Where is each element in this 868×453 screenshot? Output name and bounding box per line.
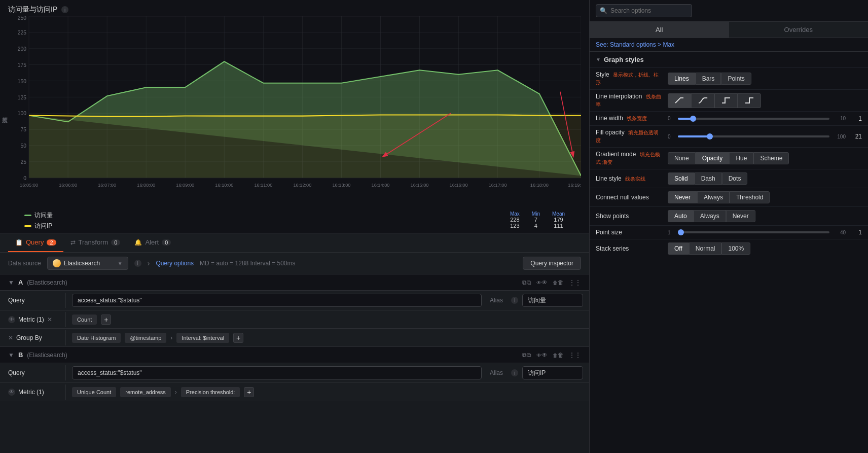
svg-text:250: 250 (18, 16, 26, 21)
svg-text:16:09:00: 16:09:00 (176, 182, 194, 188)
menu-icon-b[interactable]: ⋮ (569, 352, 581, 359)
legend-item-0: 访问量 (24, 211, 53, 220)
line-style-btn-dash[interactable]: Dash (695, 172, 722, 185)
tab-query-badge: 2 (47, 239, 56, 246)
interp-btn-2[interactable] (714, 93, 738, 108)
svg-text:25: 25 (21, 159, 27, 165)
metric-type-a[interactable]: Count (72, 315, 97, 325)
gradient-btn-scheme[interactable]: Scheme (753, 152, 789, 164)
interp-btn-1[interactable] (691, 93, 714, 108)
metric-type-b[interactable]: Unique Count (72, 387, 116, 397)
connect-null-btn-never[interactable]: Never (668, 191, 697, 203)
line-style-btn-solid[interactable]: Solid (668, 172, 695, 185)
search-options-input[interactable] (596, 4, 692, 17)
svg-text:16:14:00: 16:14:00 (372, 182, 390, 188)
show-points-btn-never[interactable]: Never (726, 210, 755, 222)
graph-styles-header[interactable]: ▼ Graph styles (590, 52, 868, 67)
eye-icon-a[interactable]: 👁 (536, 279, 548, 286)
metric-eye-b[interactable]: 👁 (8, 389, 15, 396)
line-style-btn-group: Solid Dash Dots (668, 172, 747, 185)
query-options-meta: MD = auto = 1288 Interval = 500ms (200, 260, 295, 267)
tab-transform-badge: 0 (111, 239, 120, 246)
legend-color-0 (24, 215, 31, 216)
eye-icon-b[interactable]: 👁 (536, 352, 548, 359)
metric-field-b[interactable]: remote_address (120, 387, 171, 397)
interp-btn-3[interactable] (738, 93, 761, 108)
trash-icon-a[interactable]: 🗑 (553, 279, 564, 286)
line-style-btn-dots[interactable]: Dots (722, 172, 748, 185)
panel-tab-all[interactable]: All (590, 22, 729, 38)
tab-alert[interactable]: 🔔 Alert 0 (127, 233, 178, 252)
menu-icon-a[interactable]: ⋮ (569, 279, 581, 286)
alias-info-a[interactable]: i (511, 297, 518, 304)
show-points-btn-auto[interactable]: Auto (668, 210, 694, 222)
alias-input-b[interactable] (522, 366, 583, 379)
query-b-chevron[interactable]: ▼ (8, 352, 14, 359)
gradient-btn-none[interactable]: None (668, 152, 696, 164)
query-row-b-label: Query (0, 365, 66, 380)
tab-transform-label: Transform (79, 238, 108, 246)
style-btn-bars[interactable]: Bars (696, 73, 721, 85)
stack-btn-normal[interactable]: Normal (689, 242, 722, 255)
alias-input-a[interactable] (522, 294, 583, 307)
metric-remove-a[interactable]: ✕ (47, 316, 52, 323)
metric-add-b[interactable]: + (244, 387, 254, 397)
panel-tab-overrides[interactable]: Overrides (729, 22, 869, 38)
svg-text:75: 75 (21, 127, 27, 132)
query-inspector-button[interactable]: Query inspector (523, 257, 581, 270)
line-width-thumb[interactable] (690, 116, 696, 122)
svg-text:16:15:00: 16:15:00 (411, 182, 429, 188)
stack-btn-100[interactable]: 100% (721, 242, 750, 255)
groupby-remove-a[interactable]: ✕ (8, 334, 13, 341)
metric-extra-b[interactable]: Precision threshold: (181, 387, 240, 397)
chart-title-text: 访问量与访问IP (8, 5, 57, 14)
trash-icon-b[interactable]: 🗑 (553, 352, 564, 359)
groupby-interval-a[interactable]: Interval: $interval (176, 333, 229, 343)
fill-opacity-thumb[interactable] (707, 133, 713, 140)
copy-icon-b[interactable]: ⧉ (522, 352, 531, 359)
svg-text:16:06:00: 16:06:00 (59, 182, 77, 188)
query-a-chevron[interactable]: ▼ (8, 279, 14, 286)
stack-btn-off[interactable]: Off (668, 242, 689, 255)
stat-mean-1: 111 (554, 223, 563, 229)
see-link[interactable]: See: Standard options > Max (590, 38, 868, 52)
line-width-track[interactable] (678, 118, 829, 120)
query-block-header-b: ▼ B (Elasticsearch) ⧉ 👁 🗑 ⋮ (0, 347, 589, 363)
point-size-track[interactable] (678, 231, 829, 233)
fill-opacity-min: 0 (668, 134, 674, 140)
point-size-thumb[interactable] (678, 229, 684, 235)
style-btn-points[interactable]: Points (721, 73, 751, 85)
query-panel: 📋 Query 2 ⇄ Transform 0 🔔 Alert 0 Data s… (0, 233, 589, 453)
query-a-input[interactable] (72, 294, 482, 307)
gradient-btn-hue[interactable]: Hue (729, 152, 753, 164)
show-points-row: Show points Auto Always Never (590, 206, 868, 225)
fill-opacity-track[interactable] (678, 135, 829, 137)
line-interp-btn-group (668, 93, 761, 108)
connect-null-btn-threshold[interactable]: Threshold (730, 191, 770, 203)
metric-row-b: 👁 Metric (1) Unique Count remote_address… (0, 382, 589, 401)
connect-null-btn-always[interactable]: Always (697, 191, 730, 203)
tabs-bar: 📋 Query 2 ⇄ Transform 0 🔔 Alert 0 (0, 233, 589, 253)
alias-info-b[interactable]: i (511, 369, 518, 376)
interp-btn-0[interactable] (668, 93, 691, 108)
groupby-label-a: ✕ Group By (0, 330, 66, 345)
groupby-add-a[interactable]: + (233, 333, 243, 343)
show-points-btn-always[interactable]: Always (694, 210, 726, 222)
gradient-btn-opacity[interactable]: Opacity (696, 152, 730, 164)
tab-query[interactable]: 📋 Query 2 (8, 233, 63, 252)
metric-eye-a[interactable]: 👁 (8, 316, 15, 323)
line-interp-label: Line interpolation 线条曲率 (596, 93, 662, 108)
metric-add-a[interactable]: + (101, 315, 111, 325)
chart-info-icon[interactable]: i (61, 6, 68, 13)
chart-svg: 0 25 50 75 100 125 150 175 200 225 250 (8, 16, 581, 189)
query-b-input[interactable] (72, 366, 482, 379)
style-btn-lines[interactable]: Lines (668, 73, 696, 85)
tab-transform[interactable]: ⇄ Transform 0 (63, 233, 128, 252)
copy-icon-a[interactable]: ⧉ (522, 279, 531, 286)
datasource-info-icon[interactable]: i (134, 260, 141, 267)
svg-text:225: 225 (18, 30, 26, 36)
groupby-type-a[interactable]: Date Histogram (72, 333, 121, 343)
groupby-field-a[interactable]: @timestamp (125, 333, 166, 343)
datasource-select[interactable]: Elasticsearch ▼ (47, 257, 128, 270)
query-options-link[interactable]: Query options (156, 260, 194, 267)
